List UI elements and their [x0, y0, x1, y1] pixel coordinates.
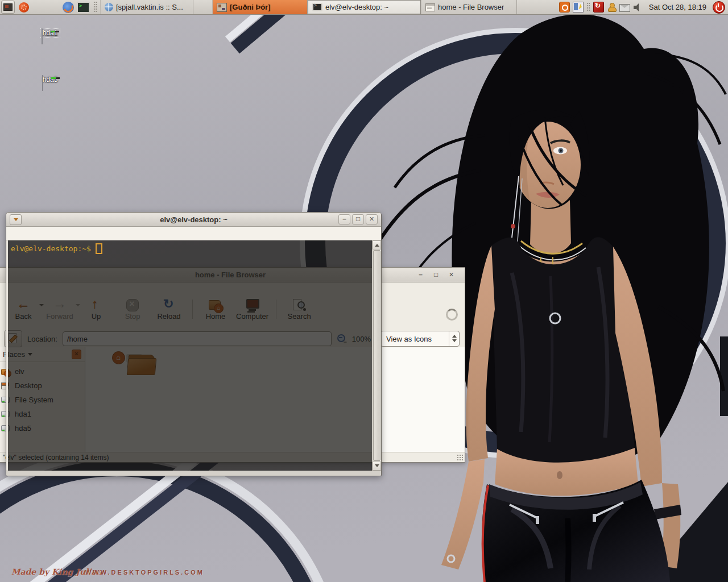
screensaver-icon[interactable]	[573, 2, 584, 13]
panel-grip-handle[interactable]	[93, 1, 97, 13]
scroll-down-icon[interactable]	[373, 462, 381, 471]
panel-menu[interactable]	[51, 6, 61, 9]
tray-grip-icon[interactable]	[586, 2, 590, 12]
menu-item[interactable]	[52, 232, 62, 235]
taskbar-button-label: [spjall.vaktin.is :: S...	[116, 3, 183, 11]
taskbar-button-label: [Guðni Þór]	[230, 3, 271, 11]
view-mode-select[interactable]: View as Icons	[380, 331, 460, 347]
mail-icon[interactable]	[619, 4, 630, 12]
view-mode-value: View as Icons	[386, 335, 432, 343]
top-panel: [spjall.vaktin.is :: S... [Guðni Þór] el…	[0, 0, 728, 15]
minimize-icon[interactable]	[415, 271, 426, 280]
throbber-icon	[446, 309, 458, 321]
orange-app-icon[interactable]	[559, 2, 570, 13]
scrollbar[interactable]	[372, 240, 381, 471]
window-list: [spjall.vaktin.is :: S... [Guðni Þór] el…	[100, 0, 517, 14]
globe-icon	[105, 3, 113, 11]
terminal-titlebar[interactable]: elv@elv-desktop: ~	[6, 213, 381, 227]
desktop-icon-label: hda5	[40, 76, 60, 84]
desktop-screen: Made by King Julian WWW.DESKTOPGIRLS.COM…	[0, 0, 728, 582]
terminal-bottom-frame	[6, 471, 381, 476]
minimize-icon[interactable]	[338, 214, 350, 225]
scrollbar-trough[interactable]	[373, 250, 381, 462]
taskbar-button-label: home - File Browser	[438, 3, 504, 11]
panel-menu[interactable]	[31, 6, 41, 9]
scrollbar-thumb[interactable]	[373, 250, 380, 461]
power-icon[interactable]	[713, 1, 725, 14]
taskbar-gap	[193, 0, 212, 14]
menu-item[interactable]	[11, 232, 21, 235]
terminal-icon	[312, 3, 322, 11]
terminal-title: elv@elv-desktop: ~	[6, 215, 381, 224]
update-notifier-icon[interactable]	[593, 2, 604, 13]
ubuntu-logo-icon[interactable]	[19, 2, 29, 13]
desktop-icon[interactable]: hda1	[30, 27, 71, 38]
file-manager-icon	[425, 3, 435, 11]
clock-applet[interactable]: Sat Oct 28, 18:19	[646, 3, 710, 11]
firefox-icon[interactable]	[63, 2, 74, 13]
resize-grip[interactable]	[457, 454, 464, 462]
menu-item[interactable]	[31, 232, 42, 235]
taskbar-button[interactable]: elv@elv-desktop: ~	[308, 0, 421, 14]
menu-item[interactable]	[21, 232, 31, 235]
menu-item[interactable]	[62, 232, 72, 235]
system-tray	[559, 2, 643, 13]
maximize-icon[interactable]	[352, 214, 364, 225]
window-selector-icon[interactable]	[1, 1, 15, 14]
desktop-icon-label: hda1	[40, 28, 61, 38]
close-icon[interactable]	[446, 271, 457, 280]
terminal-screen[interactable]: elv@elv-desktop:~$	[8, 240, 372, 471]
maximize-icon[interactable]	[431, 271, 441, 280]
taskbar-button-label: elv@elv-desktop: ~	[325, 3, 388, 11]
taskbar-button[interactable]: home - File Browser	[421, 0, 517, 14]
panel-menus	[31, 6, 61, 9]
presence-icon[interactable]	[607, 2, 617, 12]
terminal-cursor	[96, 243, 102, 254]
scroll-up-icon[interactable]	[373, 240, 381, 250]
stepper-icon[interactable]	[449, 331, 459, 346]
terminal-window: elv@elv-desktop: ~ elv@elv-desktop:~$	[6, 212, 382, 476]
terminal-prompt-line: elv@elv-desktop:~$	[11, 243, 102, 254]
menu-item[interactable]	[42, 232, 52, 235]
close-icon[interactable]	[366, 214, 378, 225]
terminal-menubar	[6, 227, 381, 240]
watermark-site: WWW.DESKTOPGIRLS.COM	[85, 569, 204, 576]
panel-menu[interactable]	[41, 6, 51, 9]
terminal-prompt: elv@elv-desktop:~$	[11, 244, 91, 253]
volume-icon[interactable]	[633, 2, 643, 12]
taskbar-button[interactable]: [Guðni Þór]	[212, 0, 308, 14]
desktop-icon[interactable]: hda5	[30, 74, 71, 84]
photo-icon	[217, 3, 227, 12]
terminal-launcher-icon[interactable]	[77, 2, 90, 13]
taskbar-button[interactable]: [spjall.vaktin.is :: S...	[100, 0, 193, 14]
